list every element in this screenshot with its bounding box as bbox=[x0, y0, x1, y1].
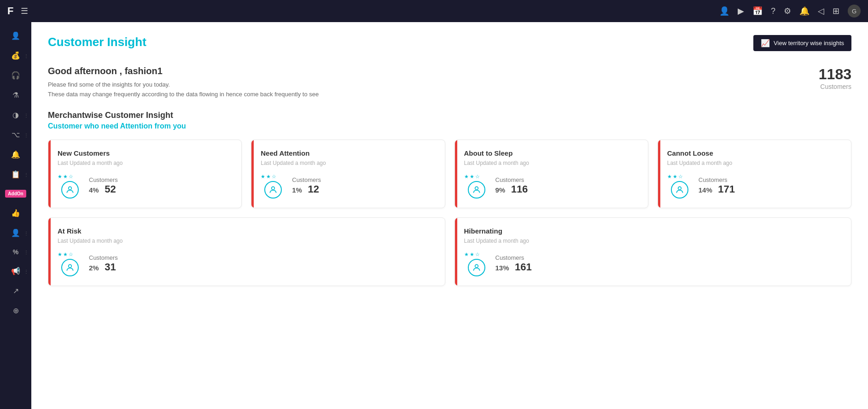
book-icon: 📋 bbox=[11, 170, 20, 179]
sidebar-item-speaker[interactable]: 📢 ⋮ bbox=[0, 262, 31, 280]
sidebar-item-trend[interactable]: ↗ bbox=[0, 282, 31, 300]
card-updated-hibernating: Last Updated a month ago bbox=[464, 238, 842, 244]
card-title-risk: At Risk bbox=[58, 227, 436, 235]
left-sidebar: 👤 💰 ⋮ 🎧 ⚗ ◑ ⋮ ⌥ ⋮ 🔔 📋 ⋮ AddOn 👍 👤 ⋮ % ⋮ … bbox=[0, 22, 31, 409]
card-new-customers[interactable]: New Customers Last Updated a month ago ★… bbox=[48, 140, 242, 208]
bell-icon[interactable]: 🔔 bbox=[799, 6, 810, 16]
territory-btn-label: View territory wise insights bbox=[774, 40, 844, 47]
sidebar-item-book[interactable]: 📋 ⋮ bbox=[0, 165, 31, 183]
count-sleep: 116 bbox=[511, 183, 528, 195]
card-need-attention[interactable]: Need Attention Last Updated a month ago … bbox=[251, 140, 445, 208]
top-navbar: F ☰ 👤 ▶ 📅 ? ⚙ 🔔 ◁ ⊞ G bbox=[0, 0, 868, 22]
card-updated-attention: Last Updated a month ago bbox=[261, 160, 435, 166]
card-about-sleep[interactable]: About to Sleep Last Updated a month ago … bbox=[454, 140, 648, 208]
pct-new: 4% bbox=[89, 186, 99, 194]
thumb-icon: 👍 bbox=[11, 209, 20, 217]
card-stats-loose: Customers 14% 171 bbox=[699, 176, 735, 195]
app-logo: F bbox=[7, 5, 13, 17]
star1: ★ bbox=[261, 174, 265, 180]
greeting-block: Good afternoon , fashion1 Please find so… bbox=[48, 66, 319, 99]
sidebar-item-person[interactable]: 👤 bbox=[0, 27, 31, 45]
star2: ★ bbox=[470, 251, 474, 257]
avatar-circle-risk bbox=[61, 259, 79, 276]
subtitle1: Please find some of the insights for you… bbox=[48, 80, 319, 90]
pct-loose: 14% bbox=[699, 186, 712, 194]
star1: ★ bbox=[58, 251, 62, 257]
customers-label-risk: Customers bbox=[89, 254, 118, 261]
avatar-circle-new bbox=[61, 181, 79, 199]
total-customers-number: 1183 bbox=[819, 66, 851, 83]
dots6-icon: ⋮ bbox=[24, 250, 29, 255]
star1: ★ bbox=[464, 251, 469, 257]
avatar-stars-loose: ★ ★ ☆ bbox=[667, 174, 692, 199]
star2: ★ bbox=[266, 174, 271, 180]
svg-point-0 bbox=[69, 187, 72, 190]
stars-attention: ★ ★ ☆ bbox=[261, 174, 276, 180]
card-hibernating[interactable]: Hibernating Last Updated a month ago ★ ★… bbox=[454, 217, 852, 286]
sidebar-item-pie[interactable]: ◑ ⋮ bbox=[0, 106, 31, 124]
avatar-stars-attention: ★ ★ ☆ bbox=[261, 174, 285, 199]
pct-attention: 1% bbox=[292, 186, 302, 194]
grid-icon[interactable]: ⊞ bbox=[833, 6, 839, 16]
card-bottom-sleep: ★ ★ ☆ Customers 9% 116 bbox=[464, 174, 639, 199]
page-title: Customer Insight bbox=[48, 35, 146, 49]
star3: ☆ bbox=[475, 251, 480, 257]
star3: ☆ bbox=[475, 174, 480, 180]
calendar-icon[interactable]: 📅 bbox=[752, 6, 763, 16]
help-icon[interactable]: ? bbox=[771, 6, 775, 16]
star1: ★ bbox=[58, 174, 62, 180]
cards-grid-row2: At Risk Last Updated a month ago ★ ★ ☆ bbox=[48, 217, 851, 286]
sidebar-item-bell[interactable]: 🔔 bbox=[0, 146, 31, 164]
menu-icon[interactable]: ☰ bbox=[21, 6, 28, 16]
card-cannot-loose[interactable]: Cannot Loose Last Updated a month ago ★ … bbox=[658, 140, 851, 208]
sidebar-item-thumb[interactable]: 👍 bbox=[0, 204, 31, 222]
sidebar-item-coin[interactable]: ⊕ bbox=[0, 302, 31, 320]
subtitle2: These data may change frequently accordi… bbox=[48, 90, 319, 99]
dots7-icon: ⋮ bbox=[24, 269, 29, 274]
back-icon[interactable]: ◁ bbox=[818, 6, 824, 16]
card-bottom-new: ★ ★ ☆ Customers 4% 52 bbox=[58, 174, 232, 199]
cards-grid-row1: New Customers Last Updated a month ago ★… bbox=[48, 140, 851, 208]
profile-icon[interactable]: G bbox=[848, 5, 861, 18]
settings-icon[interactable]: ⚙ bbox=[784, 6, 791, 16]
count-attention: 12 bbox=[308, 183, 319, 195]
user-icon[interactable]: 👤 bbox=[719, 6, 729, 16]
sidebar-item-addon[interactable]: AddOn bbox=[0, 185, 31, 202]
svg-point-1 bbox=[272, 187, 275, 190]
sidebar-item-dollar[interactable]: 💰 ⋮ bbox=[0, 47, 31, 64]
svg-point-2 bbox=[475, 187, 478, 190]
star3: ☆ bbox=[272, 174, 276, 180]
territory-button[interactable]: 📈 View territory wise insights bbox=[753, 35, 851, 51]
addon-badge[interactable]: AddOn bbox=[5, 190, 26, 198]
avatar-stars-new: ★ ★ ☆ bbox=[58, 174, 82, 199]
sidebar-item-graph[interactable]: ⌥ ⋮ bbox=[0, 126, 31, 144]
stars-hibernating: ★ ★ ☆ bbox=[464, 251, 480, 257]
play-icon[interactable]: ▶ bbox=[738, 6, 744, 16]
star1: ★ bbox=[667, 174, 672, 180]
star1: ★ bbox=[464, 174, 469, 180]
star2: ★ bbox=[63, 251, 68, 257]
star3: ☆ bbox=[69, 251, 73, 257]
nav-right: 👤 ▶ 📅 ? ⚙ 🔔 ◁ ⊞ G bbox=[719, 5, 861, 18]
card-title-attention: Need Attention bbox=[261, 149, 435, 157]
count-risk: 31 bbox=[105, 261, 116, 273]
sidebar-item-user2[interactable]: 👤 ⋮ bbox=[0, 224, 31, 242]
card-stats-hibernating: Customers 13% 161 bbox=[495, 254, 532, 273]
sidebar-item-filter[interactable]: ⚗ bbox=[0, 86, 31, 104]
avatar-stars-hibernating: ★ ★ ☆ bbox=[464, 251, 489, 276]
star2: ★ bbox=[470, 174, 474, 180]
avatar-stars-sleep: ★ ★ ☆ bbox=[464, 174, 489, 199]
avatar-circle-hibernating bbox=[468, 259, 485, 276]
svg-point-5 bbox=[475, 264, 478, 268]
card-bottom-attention: ★ ★ ☆ Customers 1% 12 bbox=[261, 174, 435, 199]
sidebar-item-percent[interactable]: % ⋮ bbox=[0, 244, 31, 260]
card-at-risk[interactable]: At Risk Last Updated a month ago ★ ★ ☆ bbox=[48, 217, 445, 286]
stars-new: ★ ★ ☆ bbox=[58, 174, 73, 180]
count-hibernating: 161 bbox=[515, 261, 532, 273]
filter-icon: ⚗ bbox=[12, 91, 19, 99]
section-subtitle: Customer who need Attention from you bbox=[48, 122, 851, 130]
pct-risk: 2% bbox=[89, 264, 99, 272]
nav-left: F ☰ bbox=[7, 5, 28, 17]
sidebar-item-headphones[interactable]: 🎧 bbox=[0, 66, 31, 84]
count-new: 52 bbox=[105, 183, 116, 195]
